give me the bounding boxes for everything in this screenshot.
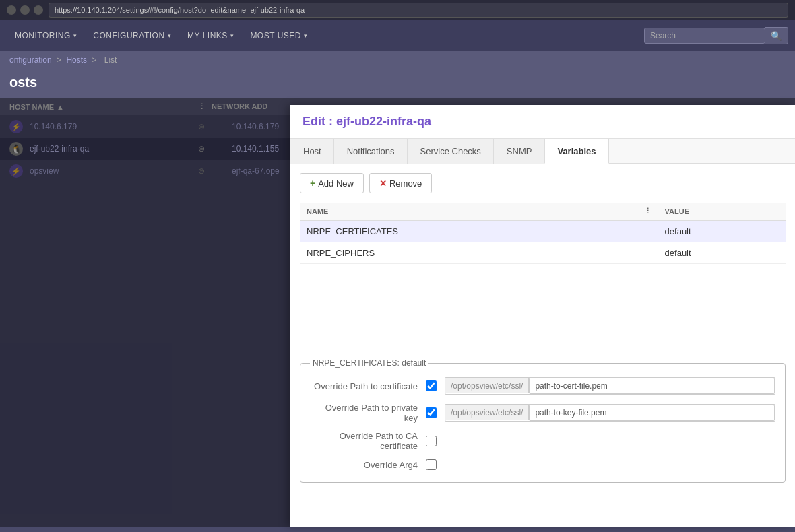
cert-check-2[interactable]	[426, 407, 437, 418]
cert-row-1: Override Path to certificate /opt/opsvie…	[310, 377, 775, 395]
nav-monitoring[interactable]: MONITORING ▾	[7, 20, 85, 51]
browser-controls	[7, 5, 43, 15]
mostused-caret: ▾	[304, 32, 308, 39]
main-area: HOST NAME ▲ ⋮ NETWORK ADD ⚡ 10.140.6.179…	[0, 98, 795, 527]
variables-content: + Add New ✕ Remove NAME ⋮	[290, 164, 795, 492]
nav-search-area: 🔍	[644, 27, 788, 44]
add-new-button[interactable]: + Add New	[300, 173, 364, 193]
cert-label-2: Override Path to private key	[310, 403, 418, 423]
browser-bar: https://10.140.1.204/settings/#!/config/…	[0, 0, 795, 20]
breadcrumb-sep1: >	[57, 55, 63, 65]
cert-value-2[interactable]	[529, 405, 775, 421]
monitoring-caret: ▾	[73, 32, 77, 39]
cert-prefix-1: /opt/opsview/etc/ssl/	[445, 378, 529, 393]
cert-label-3: Override Path to CA certificate	[310, 431, 418, 451]
cert-fieldset: NRPE_CERTIFICATES: default Override Path…	[300, 358, 786, 483]
breadcrumb-sep2: >	[92, 55, 98, 65]
browser-back[interactable]	[7, 5, 16, 15]
cert-row-3: Override Path to CA certificate	[310, 431, 775, 451]
action-bar: + Add New ✕ Remove	[300, 173, 786, 193]
breadcrumb-list: List	[104, 55, 117, 65]
col-value-header: VALUE	[658, 203, 786, 220]
url-text: https://10.140.1.204/settings/#!/config/…	[55, 6, 305, 14]
cert-section-title: NRPE_CERTIFICATES: default	[310, 358, 428, 368]
var-value-1: default	[658, 220, 786, 242]
nav-mylinks[interactable]: MY LINKS ▾	[179, 20, 242, 51]
search-button[interactable]: 🔍	[765, 27, 788, 44]
var-name-1: NRPE_CERTIFICATES	[300, 220, 637, 242]
browser-forward[interactable]	[20, 5, 30, 15]
cert-section-wrapper: NRPE_CERTIFICATES: default Override Path…	[300, 358, 786, 483]
address-bar[interactable]: https://10.140.1.204/settings/#!/config/…	[49, 3, 788, 18]
page-title-bar: osts	[0, 69, 795, 98]
col-name-header: NAME	[300, 203, 637, 220]
var-name-2: NRPE_CIPHERS	[300, 242, 637, 264]
tab-snmp[interactable]: SNMP	[494, 139, 545, 164]
table-row[interactable]: NRPE_CERTIFICATES default	[300, 220, 786, 242]
cert-value-1[interactable]	[529, 378, 775, 394]
nav-configuration[interactable]: CONFIGURATION ▾	[85, 20, 179, 51]
edit-modal: Edit : ejf-ub22-infra-qa Host Notificati…	[290, 105, 795, 527]
var-value-2: default	[658, 242, 786, 264]
breadcrumb: onfiguration > Hosts > List	[0, 51, 795, 69]
breadcrumb-hosts[interactable]: Hosts	[66, 55, 87, 65]
x-icon: ✕	[379, 178, 387, 189]
col-dots-header-var: ⋮	[637, 203, 658, 220]
cert-input-2: /opt/opsview/etc/ssl/	[445, 404, 775, 422]
breadcrumb-configuration[interactable]: onfiguration	[9, 55, 52, 65]
browser-refresh[interactable]	[34, 5, 43, 15]
variables-table: NAME ⋮ VALUE NRPE_CERTIFICATES default	[300, 203, 786, 264]
tab-notifications[interactable]: Notifications	[334, 139, 408, 164]
nav-bar: MONITORING ▾ CONFIGURATION ▾ MY LINKS ▾ …	[0, 20, 795, 51]
configuration-caret: ▾	[168, 32, 172, 39]
tab-service-checks[interactable]: Service Checks	[408, 139, 494, 164]
var-dots-2	[637, 242, 658, 264]
search-input[interactable]	[644, 28, 765, 44]
cert-row-4: Override Arg4	[310, 459, 775, 470]
cert-check-3[interactable]	[426, 436, 437, 446]
page-title: osts	[9, 75, 37, 90]
cert-row-2: Override Path to private key /opt/opsvie…	[310, 403, 775, 423]
mylinks-caret: ▾	[230, 32, 234, 39]
cert-label-1: Override Path to certificate	[310, 381, 418, 391]
cert-check-4[interactable]	[426, 459, 437, 470]
cert-input-1: /opt/opsview/etc/ssl/	[445, 377, 775, 395]
modal-title: Edit : ejf-ub22-infra-qa	[303, 114, 783, 129]
tab-host[interactable]: Host	[290, 139, 334, 164]
plus-icon: +	[310, 178, 315, 189]
modal-header: Edit : ejf-ub22-infra-qa	[290, 105, 795, 139]
cert-check-1[interactable]	[426, 380, 437, 391]
modal-tabs: Host Notifications Service Checks SNMP V…	[290, 139, 795, 164]
cert-prefix-2: /opt/opsview/etc/ssl/	[445, 405, 529, 420]
nav-mostused[interactable]: MOST USED ▾	[242, 20, 315, 51]
table-row[interactable]: NRPE_CIPHERS default	[300, 242, 786, 264]
cert-label-4: Override Arg4	[310, 460, 418, 470]
tab-variables[interactable]: Variables	[544, 139, 608, 164]
var-dots-1	[637, 220, 658, 242]
remove-button[interactable]: ✕ Remove	[369, 173, 432, 193]
